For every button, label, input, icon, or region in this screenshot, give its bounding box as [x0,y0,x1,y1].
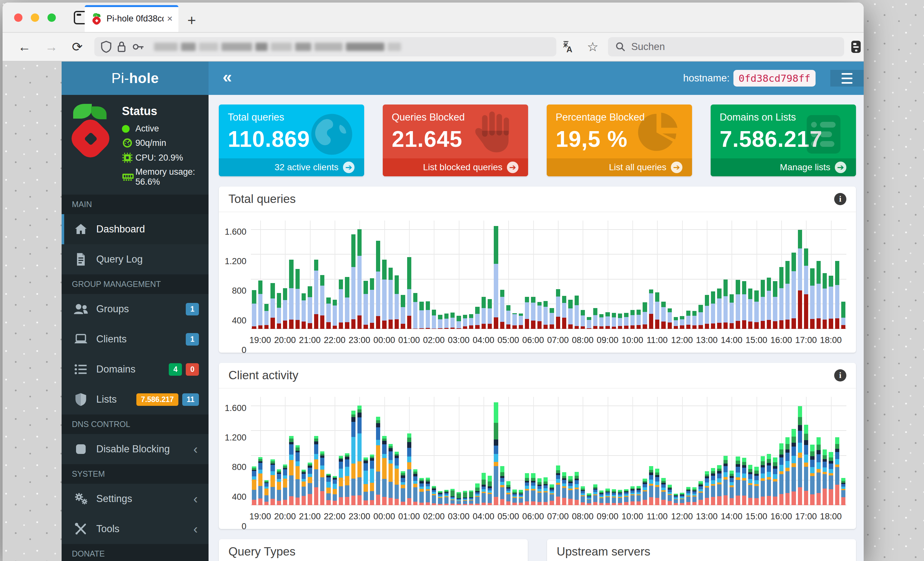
chart-bar[interactable] [537,302,542,329]
chart-bar[interactable] [692,487,696,505]
chart-bar[interactable] [680,316,684,329]
chart-bar[interactable] [736,280,740,329]
chart-bar[interactable] [413,469,417,505]
chart-bar[interactable] [605,489,610,505]
chart-bar[interactable] [525,297,529,329]
chart-bar[interactable] [736,456,740,505]
chart-bar[interactable] [773,458,777,505]
sidebar-item-groups[interactable]: Groups1 [62,294,208,324]
chart-bar[interactable] [475,483,479,505]
chart-bar[interactable] [705,295,709,329]
chart-bar[interactable] [302,293,306,329]
chart-bar[interactable] [754,467,759,505]
chart-bar[interactable] [351,411,356,505]
chart-bar[interactable] [413,293,417,329]
chart-bar[interactable] [252,467,256,505]
chart-bar[interactable] [550,485,554,505]
chart-bar[interactable] [488,299,492,329]
chart-bar[interactable] [562,472,566,505]
chart-bar[interactable] [630,486,634,505]
chart-bar[interactable] [829,276,833,329]
chart-bar[interactable] [314,260,318,329]
chart-bar[interactable] [308,286,312,329]
chart-bar[interactable] [668,308,672,329]
chart-bar[interactable] [748,289,752,329]
chart-bar[interactable] [357,229,362,329]
chart-bar[interactable] [816,437,821,505]
chart-bar[interactable] [426,301,430,329]
chart-bar[interactable] [407,434,411,505]
chart-bar[interactable] [363,281,368,329]
chart-bar[interactable] [798,230,802,329]
chart-bar[interactable] [512,489,516,505]
sidebar-item-clients[interactable]: Clients1 [62,324,208,354]
chart-bar[interactable] [258,280,262,329]
chart-bar[interactable] [500,466,504,505]
chart-bar[interactable] [450,489,454,505]
chart-bar[interactable] [469,314,473,329]
chart-bar[interactable] [432,486,436,505]
chart-bar[interactable] [568,476,572,505]
sidebar-item-domains[interactable]: Domains40 [62,354,208,384]
chart-bar[interactable] [407,257,411,329]
chart-bar[interactable] [519,490,523,505]
chart-bar[interactable] [550,308,554,329]
chart-bar[interactable] [636,486,641,505]
chart-bar[interactable] [618,314,622,329]
chart-bar[interactable] [339,456,343,506]
chart-bar[interactable] [835,261,839,329]
chart-bar[interactable] [531,297,535,329]
chart-bar[interactable] [308,462,312,505]
chart-bar[interactable] [841,302,845,329]
chart-bar[interactable] [810,268,814,329]
chart-bar[interactable] [767,454,771,506]
info-icon[interactable]: i [834,369,846,381]
chart-bar[interactable] [612,489,616,505]
chart-bar[interactable] [643,302,647,329]
tab-manager-icon[interactable] [850,40,862,54]
chart-bar[interactable] [438,491,442,505]
chart-bar[interactable] [252,290,256,329]
chart-bar[interactable] [649,289,653,329]
chart-bar[interactable] [699,305,703,329]
chart-bar[interactable] [320,275,324,329]
chart-bar[interactable] [277,293,281,329]
chart-bar[interactable] [296,269,300,329]
chart-bar[interactable] [382,436,386,505]
chart-bar[interactable] [723,456,728,506]
key-permission-icon[interactable] [132,41,144,53]
chart-bar[interactable] [624,489,628,505]
back-icon[interactable]: ← [18,40,31,54]
total-queries-chart[interactable] [251,221,846,329]
chart-bar[interactable] [482,297,486,329]
chart-bar[interactable] [605,312,610,329]
chart-bar[interactable] [748,465,752,505]
chart-bar[interactable] [804,425,808,505]
chart-bar[interactable] [426,478,430,505]
chart-bar[interactable] [283,288,287,329]
chart-bar[interactable] [624,313,628,329]
chart-bar[interactable] [717,289,721,329]
chart-bar[interactable] [320,451,324,505]
search-bar[interactable]: Suchen [608,37,844,57]
chart-bar[interactable] [500,290,504,329]
chart-bar[interactable] [823,449,827,505]
chart-bar[interactable] [717,465,721,505]
card-footer-link[interactable]: List blocked queries ➔ [383,159,528,176]
chart-bar[interactable] [525,473,529,505]
chart-bar[interactable] [401,295,405,329]
chart-bar[interactable] [711,468,715,505]
chart-bar[interactable] [785,261,790,329]
chart-bar[interactable] [419,302,423,329]
url-bar[interactable] [94,37,556,57]
reload-icon[interactable]: ⟳ [72,39,83,54]
zoom-window-button[interactable] [48,13,56,22]
chart-bar[interactable] [574,472,579,505]
chart-bar[interactable] [475,307,479,329]
chart-bar[interactable] [394,275,399,329]
chart-bar[interactable] [277,469,281,505]
chart-bar[interactable] [456,316,461,329]
chart-bar[interactable] [264,480,268,505]
chart-bar[interactable] [444,490,448,505]
pihole-brand[interactable]: Pi-hole [62,61,208,95]
